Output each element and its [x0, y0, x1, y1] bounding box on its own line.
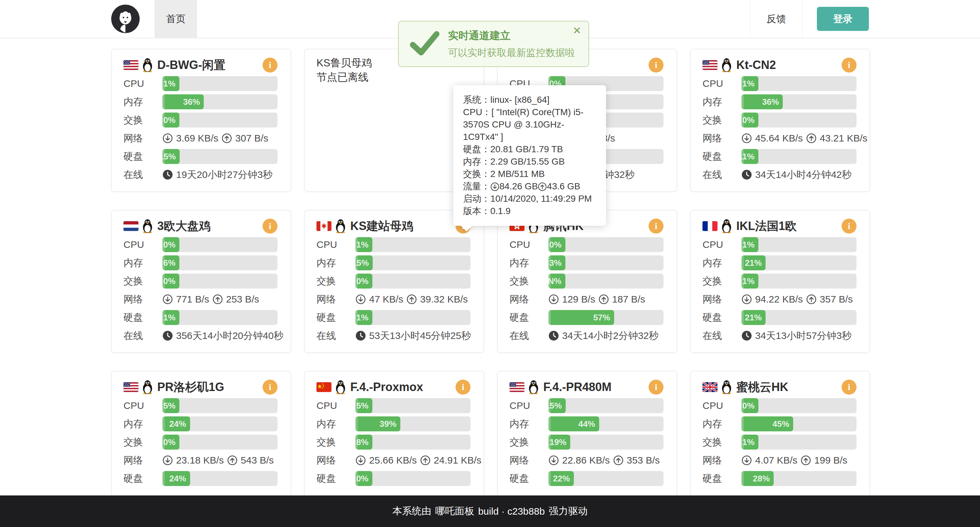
- cpu-progress-fill: 1%: [741, 76, 758, 91]
- info-icon[interactable]: i: [262, 219, 277, 233]
- login-button[interactable]: 登录: [817, 7, 869, 31]
- online-row: 在线 34天14小时4分钟42秒: [703, 167, 856, 182]
- info-icon[interactable]: i: [842, 380, 856, 394]
- mem-percent: 3%: [549, 258, 562, 268]
- online-label: 在线: [317, 329, 355, 343]
- tooltip-line-label: 内存：: [463, 157, 490, 166]
- tooltip-line-value: 0.1.9: [490, 206, 511, 216]
- cpu-percent: 5%: [163, 401, 175, 411]
- country-flag-icon: [703, 221, 718, 231]
- country-flag-icon: [124, 60, 138, 70]
- server-card: Kt-CN2 i CPU1%内存36%交换0%网络 45.64 KB/s 43.…: [690, 49, 870, 192]
- info-icon[interactable]: i: [842, 57, 856, 73]
- mem-progress-fill: 36%: [741, 94, 783, 109]
- feedback-link[interactable]: 反馈: [750, 0, 803, 38]
- uptime-value: 34天14小时2分钟32秒: [562, 329, 659, 343]
- footer-build: build · c23b88b: [478, 506, 544, 517]
- disk-progress-fill: 11%: [741, 149, 758, 164]
- mem-percent: 6%: [163, 258, 175, 268]
- swap-label: 交换: [509, 275, 549, 288]
- swap-row: 交换0%: [317, 273, 471, 289]
- tooltip-line-value: 10/14/2020, 11:49:29 PM: [490, 193, 592, 204]
- swap-row: 交换0%: [124, 434, 277, 450]
- mem-row: 内存6%: [124, 256, 277, 270]
- mem-label: 内存: [317, 417, 355, 431]
- footer: 本系统由 哪吒面板 build · c23b88b 强力驱动: [0, 495, 980, 527]
- server-card: D-BWG-闲置 i CPU1%内存36%交换0%网络 3.69 KB/s 30…: [111, 49, 291, 192]
- net-upload-speed: 187 B/s: [612, 294, 645, 305]
- mem-progress-fill: 44%: [549, 417, 599, 431]
- net-value: 129 B/s 187 B/s: [549, 294, 663, 305]
- mem-progress-fill: 36%: [162, 94, 204, 109]
- disk-percent: 57%: [593, 313, 610, 323]
- server-stats: CPU0%内存45%交换1%网络 4.07 KB/s 199 B/s硬盘28%: [703, 398, 856, 486]
- info-icon[interactable]: i: [649, 380, 663, 394]
- net-upload-speed: 199 B/s: [814, 455, 848, 466]
- server-info-tooltip: 系统：linux- [x86_64]CPU：[ "Intel(R) Core(T…: [453, 85, 606, 226]
- close-icon[interactable]: ✕: [573, 26, 581, 36]
- net-label: 网络: [124, 454, 162, 467]
- tooltip-line: CPU：[ "Intel(R) Core(TM) i5-3570S CPU @ …: [463, 106, 596, 143]
- cpu-progressbar: 5%: [355, 398, 471, 413]
- swap-progressbar: 1%: [741, 434, 856, 450]
- cpu-label: CPU: [509, 400, 549, 411]
- info-icon[interactable]: i: [262, 57, 277, 73]
- swap-progressbar: 0%: [162, 113, 277, 128]
- swap-percent: N%: [548, 276, 562, 286]
- net-row: 网络 22.86 KB/s 353 B/s: [509, 453, 663, 468]
- cpu-label: CPU: [317, 400, 355, 411]
- mem-percent: 36%: [183, 97, 200, 107]
- online-row: 在线 53天13小时45分钟25秒: [317, 328, 471, 343]
- disk-row: 硬盘57%: [509, 310, 663, 325]
- mem-progressbar: 15%: [355, 256, 471, 270]
- swap-label: 交换: [124, 436, 162, 449]
- info-icon[interactable]: i: [649, 219, 663, 233]
- info-icon[interactable]: i: [262, 380, 277, 394]
- cpu-progress-fill: 5%: [162, 398, 179, 413]
- net-down-icon: [355, 294, 366, 305]
- linux-tux-icon: [721, 380, 732, 394]
- footer-panel-link[interactable]: 哪吒面板: [435, 505, 474, 518]
- cpu-progressbar: 1%: [162, 76, 277, 91]
- net-download-speed: 22.86 KB/s: [562, 455, 610, 466]
- net-up-icon: [806, 133, 816, 144]
- net-down-icon: [549, 294, 559, 305]
- traffic-down-value: 84.26 GB: [500, 181, 538, 191]
- server-card: F.4.-Proxmox i CPU5%内存39%交换8%网络 25.66 KB…: [304, 371, 484, 514]
- disk-row: 硬盘28%: [703, 471, 856, 486]
- net-up-icon: [406, 294, 417, 305]
- mem-percent: 15%: [352, 258, 369, 268]
- net-download-speed: 94.22 KB/s: [755, 294, 803, 305]
- offline-status: 节点已离线: [317, 70, 471, 85]
- tooltip-line: 交换：2 MB/511 MB: [463, 168, 596, 180]
- server-stats: 节点已离线: [317, 70, 471, 85]
- cpu-progressbar: 5%: [162, 398, 277, 413]
- net-value: 45.64 KB/s 43.21 KB/s: [741, 133, 867, 144]
- net-up-icon: [806, 294, 816, 305]
- server-name: KS鲁贝母鸡: [317, 57, 372, 69]
- disk-percent: 21%: [745, 313, 762, 323]
- disk-progressbar: 1%: [162, 310, 277, 325]
- disk-progress-fill: 24%: [162, 471, 190, 486]
- mem-progress-fill: 15%: [355, 256, 373, 270]
- info-icon[interactable]: i: [842, 219, 856, 233]
- disk-progressbar: 10%: [355, 471, 471, 486]
- tooltip-line-label: 版本：: [463, 206, 490, 216]
- swap-percent: 1%: [742, 437, 754, 447]
- cpu-progressbar: 15%: [549, 398, 663, 413]
- mem-row: 内存39%: [317, 417, 471, 431]
- disk-progress-fill: 57%: [549, 310, 614, 325]
- net-down-icon: [355, 455, 366, 466]
- cpu-row: CPU5%: [317, 398, 471, 413]
- swap-progressbar: 1%: [741, 273, 856, 289]
- info-icon[interactable]: i: [455, 380, 471, 394]
- linux-tux-icon: [142, 219, 153, 233]
- info-icon[interactable]: i: [649, 57, 663, 73]
- tab-home[interactable]: 首页: [155, 0, 197, 38]
- mem-progress-fill: 24%: [162, 417, 190, 431]
- net-label: 网络: [317, 293, 355, 306]
- site-logo[interactable]: [111, 5, 140, 33]
- net-down-icon: [741, 133, 752, 144]
- tooltip-line-value: 20.81 GB/1.79 TB: [490, 144, 563, 154]
- net-up-icon: [213, 294, 223, 305]
